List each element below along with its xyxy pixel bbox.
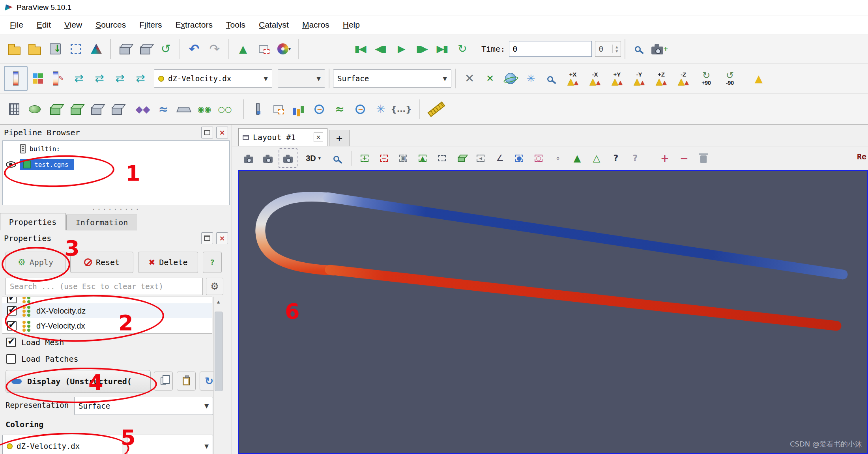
representation-combo[interactable]: Surface ▼ [333,69,451,88]
source-box-button-1[interactable] [114,37,135,61]
delete-button[interactable]: ✖ Delete [138,252,198,273]
source-box-button-2[interactable] [135,37,155,61]
temporal-interpolator-button[interactable]: ✳ [370,97,391,121]
select-points-on-button[interactable] [375,149,393,167]
next-frame-button[interactable]: ▮▶ [411,37,432,61]
checkbox[interactable] [7,306,17,316]
menu-extractors[interactable]: Extractors [168,15,219,34]
tab-layout-1[interactable]: Layout #1 × [238,128,327,146]
play-button[interactable]: ▶ [391,37,411,61]
menu-catalyst[interactable]: Catalyst [252,15,296,34]
menu-edit[interactable]: Edit [30,15,58,34]
view-plus-y-button[interactable]: +Y ▲▲ [606,66,628,91]
array-row-dx[interactable]: dX-Velocity.dz [2,303,212,318]
camera-reposition-button[interactable] [259,149,277,167]
clear-selection-button[interactable] [695,149,712,167]
time-input[interactable] [509,41,592,57]
scrollbar-thumb[interactable] [215,312,223,391]
extract-block-button[interactable]: ○○ [215,97,235,121]
zoom-to-box-view-button[interactable] [329,149,346,167]
checkbox[interactable] [7,297,17,303]
clipped-toolbar-button[interactable]: ▲ [752,67,765,90]
redo-button[interactable]: ↷ [204,37,225,61]
coloring-component-combo[interactable]: ▼ [127,435,213,454]
contour-filter-button[interactable] [24,97,45,121]
panel-splitter-handle[interactable]: ········· [0,206,232,212]
zoom-to-data-camera-button[interactable]: ✕ [480,67,500,90]
plot-over-time-button[interactable] [309,97,329,121]
plot-over-line-button[interactable] [268,97,288,121]
view-mode-3d-button[interactable]: 3D ▾ [299,149,327,167]
selection-query-button[interactable]: ? [607,149,625,167]
checkbox[interactable] [7,321,17,331]
menu-filters[interactable]: Filters [133,15,168,34]
tab-properties[interactable]: Properties [0,213,65,230]
probe-location-button[interactable] [247,97,268,121]
choose-preset-button[interactable]: ✎ [48,67,69,90]
reset-session-button[interactable]: ↺ [155,37,176,61]
reset-camera-closest-button[interactable]: + [649,37,670,61]
rescale-data-range-button[interactable]: ⇄ [69,67,89,90]
interactive-select-cells-button[interactable] [511,149,528,167]
previous-frame-button[interactable]: ◀▮ [370,37,391,61]
menu-macros[interactable]: Macros [296,15,336,34]
plot-selection-over-time-button[interactable]: ≈ [329,97,350,121]
float-panel-button[interactable] [201,127,213,138]
view-plus-x-button[interactable]: +X ▲▲ [562,66,584,91]
tooltip-selection-button[interactable]: ? [627,149,644,167]
view-minus-x-button[interactable]: -X ▲▲ [584,66,606,91]
coloring-array-combo[interactable]: dZ-Velocity.dx [2,435,122,454]
last-frame-button[interactable]: ▶▮ [432,37,452,61]
rescale-visible-button[interactable]: ⇄ [130,67,151,90]
camera-undo-button[interactable]: ▲ [233,37,253,61]
extract-subset-button[interactable] [107,97,127,121]
copy-display-button[interactable] [154,372,173,390]
help-button[interactable]: ? [203,252,222,273]
adjust-camera-button[interactable] [240,149,257,167]
python-annotation-button[interactable]: {…} [391,97,412,121]
interactive-select-points-button[interactable] [530,149,547,167]
undo-button[interactable]: ↶ [184,37,204,61]
loop-button[interactable]: ↻ [452,37,473,61]
hover-cells-button[interactable]: ∘ [549,149,567,167]
properties-scrollbar[interactable]: ▲ [213,297,223,454]
rescale-custom-range-button[interactable]: ⇄ [89,67,110,90]
select-block-button[interactable] [453,149,470,167]
select-polygon-button[interactable] [472,149,489,167]
plot-global-variables-button[interactable] [350,97,370,121]
search-options-button[interactable]: ⚙ [206,278,223,295]
glyph-filter-button[interactable]: ◆◆ [133,97,153,121]
rotate-90-cw-button[interactable]: ↻ +90 [694,66,718,91]
select-mesh-points-button[interactable]: △ [588,149,605,167]
close-panel-button[interactable]: × [216,127,228,138]
pipeline-item-test-cgns[interactable]: test.cgns [3,157,229,172]
select-cells-through-button[interactable] [395,149,412,167]
reset-camera-button[interactable]: ✕ [459,67,480,90]
ruler-button[interactable] [424,97,449,121]
rotation-center-button[interactable]: ✳ [521,67,541,90]
apply-button[interactable]: ⚙ Apply [6,252,65,273]
color-legend-button[interactable] [28,67,48,90]
capture-view-button[interactable] [279,148,297,168]
grow-selection-button[interactable]: + [656,149,673,167]
slice-filter-button[interactable] [65,97,86,121]
select-mesh-triangle-button[interactable]: ▲ [569,149,586,167]
add-layout-tab[interactable]: + [329,130,350,146]
selected-item-highlight[interactable]: test.cgns [20,159,74,170]
capture-screenshot-button[interactable] [65,37,86,61]
save-animation-button[interactable] [86,37,107,61]
select-angle-button[interactable]: ∠ [491,149,509,167]
shrink-selection-button[interactable]: − [675,149,693,167]
representation-select[interactable]: Surface ▼ [74,397,213,415]
close-properties-button[interactable]: × [216,232,228,244]
rotate-90-ccw-button[interactable]: ↺ -90 [718,66,742,91]
visibility-eye-icon[interactable] [6,161,16,168]
close-layout-icon[interactable]: × [314,133,323,142]
rotate-camera-button[interactable] [500,67,521,90]
rubber-band-select-button[interactable] [253,37,274,61]
menu-tools[interactable]: Tools [219,15,252,34]
load-mesh-checkbox[interactable] [6,338,16,347]
display-section-header[interactable]: Display (Unstructured( [6,370,151,393]
array-row-dy[interactable]: dY-Velocity.dx [2,318,212,333]
histogram-button[interactable] [288,97,309,121]
